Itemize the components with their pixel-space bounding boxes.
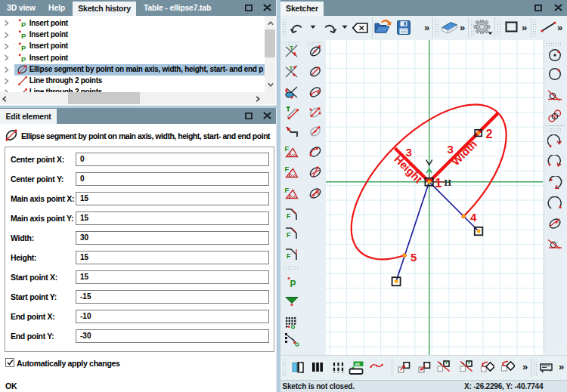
svg-text:2: 2 [486, 128, 493, 140]
svg-text:F: F [287, 231, 291, 239]
svg-text:P: P [21, 32, 26, 40]
svg-text:F: F [287, 252, 291, 259]
svg-text:F: F [284, 186, 289, 194]
svg-text:P: P [21, 43, 26, 51]
svg-text:5: 5 [411, 251, 417, 264]
svg-text:1: 1 [435, 176, 442, 190]
svg-text:3: 3 [406, 146, 412, 159]
svg-text:T: T [290, 45, 293, 51]
svg-text:P: P [21, 20, 26, 28]
svg-text:F: F [284, 144, 289, 153]
svg-text:P: P [290, 278, 296, 289]
svg-text:H: H [445, 177, 452, 188]
svg-text:ab: ab [355, 362, 360, 366]
svg-text:F: F [287, 211, 291, 219]
svg-text:Width: Width [449, 137, 479, 168]
svg-text:T: T [289, 65, 293, 72]
svg-text:F: F [284, 165, 289, 173]
svg-text:4: 4 [470, 211, 477, 224]
svg-text:P: P [21, 54, 26, 63]
svg-text:3: 3 [448, 143, 454, 156]
